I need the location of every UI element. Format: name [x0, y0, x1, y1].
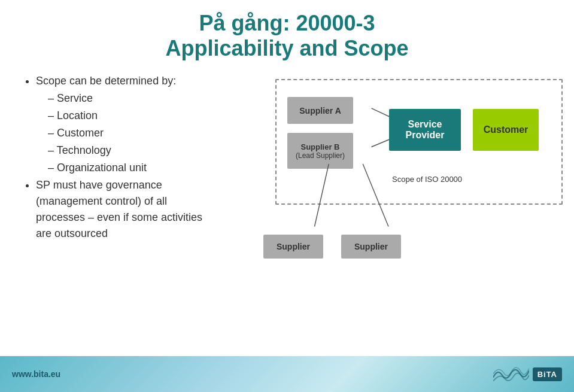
bullet-scope: Scope can be determined by: Service Loca… [36, 73, 204, 176]
sub-customer: Customer [48, 125, 204, 141]
supplier-bottom-left: Supplier [263, 235, 323, 259]
sub-org-unit: Organizational unit [48, 160, 204, 176]
title-line1: På gång: 20000-3 [0, 11, 574, 36]
bita-logo: BiTA [533, 367, 562, 381]
sub-service: Service [48, 90, 204, 107]
scope-label: Scope of ISO 20000 [392, 175, 462, 184]
main-content: Scope can be determined by: Service Loca… [0, 67, 574, 300]
supplier-bottom-right: Supplier [341, 235, 401, 259]
customer-box: Customer [473, 109, 539, 151]
left-text-area: Scope can be determined by: Service Loca… [24, 73, 204, 300]
title-area: På gång: 20000-3 Applicability and Scope [0, 0, 574, 67]
footer-logo-area: BiTA [493, 362, 562, 386]
sub-technology: Technology [48, 142, 204, 159]
service-provider-box: Service Provider [389, 109, 461, 151]
supplier-a-box: Supplier A [287, 97, 353, 124]
bullet-sp: SP must have governance (management cont… [36, 177, 204, 242]
sub-location: Location [48, 108, 204, 124]
diagram-area: Supplier A Supplier B (Lead Supplier) [215, 73, 550, 300]
logo-wave-svg [493, 362, 529, 386]
footer: www.bita.eu BiTA [0, 356, 574, 392]
title-line2: Applicability and Scope [0, 36, 574, 61]
supplier-b-box: Supplier B (Lead Supplier) [287, 133, 353, 169]
footer-url: www.bita.eu [12, 369, 60, 379]
